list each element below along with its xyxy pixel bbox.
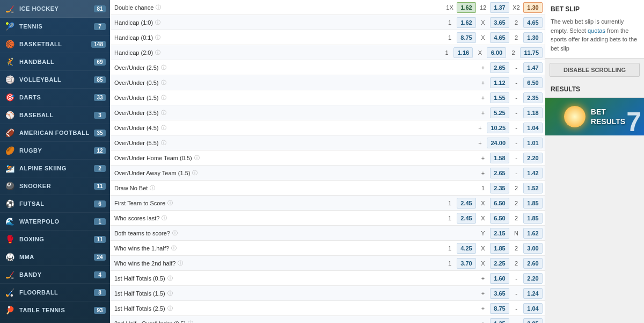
odds-value[interactable]: 1.85: [523, 198, 543, 209]
odds-value[interactable]: 2.65: [490, 168, 509, 178]
info-icon[interactable]: ⓘ: [194, 154, 200, 162]
sidebar-item-darts[interactable]: 🎯 DARTS 33: [0, 89, 110, 106]
odds-value[interactable]: 1.37: [490, 2, 509, 13]
odds-value[interactable]: 1.16: [453, 47, 473, 58]
info-icon[interactable]: ⓘ: [161, 124, 166, 132]
info-icon[interactable]: ⓘ: [156, 4, 161, 11]
info-icon[interactable]: ⓘ: [161, 109, 166, 117]
info-icon[interactable]: ⓘ: [172, 229, 178, 237]
sidebar-item-rugby[interactable]: 🏉 RUGBY 12: [0, 142, 110, 160]
odds-value[interactable]: 5.25: [490, 107, 509, 118]
odds-value[interactable]: 11.75: [520, 47, 543, 58]
odds-value[interactable]: 1.62: [457, 2, 476, 13]
sidebar-item-handball[interactable]: 🤾 HANDBALL 69: [0, 53, 110, 71]
sidebar-item-baseball[interactable]: ⚾ BASEBALL 3: [0, 106, 110, 124]
odds-value[interactable]: 1.01: [523, 138, 543, 148]
sidebar-item-table-tennis[interactable]: 🏓 TABLE TENNIS 93: [0, 302, 110, 319]
sidebar-label-handball: HANDBALL: [19, 59, 94, 65]
odds-value[interactable]: 2.15: [490, 228, 509, 239]
info-icon[interactable]: ⓘ: [155, 19, 160, 26]
info-icon[interactable]: ⓘ: [167, 275, 173, 282]
odds-value[interactable]: 4.65: [490, 32, 509, 43]
info-icon[interactable]: ⓘ: [161, 139, 166, 147]
odds-value[interactable]: 1.35: [490, 318, 509, 324]
odds-value[interactable]: 1.85: [490, 243, 509, 254]
odds-value[interactable]: 4.25: [457, 243, 476, 254]
odds-value[interactable]: 3.65: [490, 288, 509, 299]
info-icon[interactable]: ⓘ: [150, 184, 155, 192]
odds-value[interactable]: 1.04: [523, 123, 543, 133]
sidebar-item-alpine-skiing[interactable]: ⛷️ ALPINE SKIING 2: [0, 160, 110, 177]
odds-value[interactable]: 2.45: [457, 213, 476, 224]
odds-value[interactable]: 2.65: [490, 62, 509, 73]
info-icon[interactable]: ⓘ: [192, 169, 197, 177]
odds-value[interactable]: 6.50: [523, 77, 543, 88]
odds-value[interactable]: 2.25: [490, 258, 509, 269]
odds-value[interactable]: 6.50: [490, 198, 509, 209]
odds-value[interactable]: 2.20: [523, 153, 543, 163]
odds-value[interactable]: 24.00: [487, 138, 509, 148]
odds-value[interactable]: 1.58: [490, 153, 509, 163]
odds-value[interactable]: 2.95: [523, 318, 543, 324]
info-icon[interactable]: ⓘ: [167, 305, 173, 312]
sidebar-item-snooker[interactable]: 🎱 SNOOKER 11: [0, 177, 110, 195]
results-image[interactable]: BETRESULTS 7: [545, 98, 644, 135]
info-icon[interactable]: ⓘ: [171, 245, 177, 252]
odds-value[interactable]: 1.24: [523, 288, 543, 299]
info-icon[interactable]: ⓘ: [161, 94, 166, 102]
disable-scrolling-button[interactable]: DISABLE SCROLLING: [550, 63, 640, 77]
odds-value[interactable]: 1.62: [457, 17, 476, 28]
odds-value[interactable]: 6.00: [487, 47, 506, 58]
info-icon[interactable]: ⓘ: [188, 320, 193, 324]
sidebar-item-volleyball[interactable]: 🏐 VOLLEYBALL 85: [0, 71, 110, 89]
info-icon[interactable]: ⓘ: [161, 64, 166, 71]
odds-value[interactable]: 2.35: [523, 92, 543, 103]
info-icon[interactable]: ⓘ: [162, 214, 167, 222]
odds-value[interactable]: 1.18: [523, 107, 543, 118]
odds-value[interactable]: 2.20: [523, 273, 543, 284]
sidebar-item-floorball[interactable]: 🏑 FLOORBALL 8: [0, 284, 110, 302]
odds-value[interactable]: 8.75: [490, 303, 509, 314]
odds-label-cell: 12: [477, 3, 489, 12]
odds-value[interactable]: 1.12: [490, 77, 509, 88]
info-icon[interactable]: ⓘ: [167, 199, 173, 207]
sidebar-item-basketball[interactable]: 🏀 BASKETBALL 148: [0, 35, 110, 53]
odds-value[interactable]: 1.62: [523, 228, 543, 239]
odds-label-cell: +: [474, 123, 486, 133]
odds-value[interactable]: 1.47: [523, 62, 543, 73]
sidebar-item-ice-hockey[interactable]: 🏒 ICE HOCKEY 81: [0, 0, 110, 18]
odds-value[interactable]: 2.60: [523, 258, 543, 269]
odds-cells: +5.25-1.18: [477, 107, 545, 118]
odds-value[interactable]: 4.65: [523, 17, 543, 28]
sidebar-item-cricket[interactable]: 🏏 CRICKET 5: [0, 319, 110, 323]
odds-value[interactable]: 3.70: [457, 258, 476, 269]
sidebar-item-waterpolo[interactable]: 🌊 WATERPOLO 1: [0, 213, 110, 231]
info-icon[interactable]: ⓘ: [178, 260, 183, 267]
odds-value[interactable]: 10.25: [487, 123, 509, 133]
sidebar-item-boxing[interactable]: 🥊 BOXING 11: [0, 231, 110, 248]
odds-value[interactable]: 1.42: [523, 168, 543, 178]
sidebar-item-tennis[interactable]: 🎾 TENNIS 7: [0, 18, 110, 35]
info-icon[interactable]: ⓘ: [155, 49, 160, 56]
odds-value[interactable]: 1.30: [523, 32, 543, 43]
odds-value[interactable]: 6.50: [490, 213, 509, 224]
basketball-icon: 🏀: [4, 39, 15, 49]
odds-value[interactable]: 1.85: [523, 213, 543, 224]
info-icon[interactable]: ⓘ: [161, 79, 166, 87]
odds-value[interactable]: 2.45: [457, 198, 476, 209]
sidebar-item-mma[interactable]: 🥋 MMA 24: [0, 248, 110, 266]
odds-value[interactable]: 1.04: [523, 303, 543, 314]
sidebar-item-american-football[interactable]: 🏈 AMERICAN FOOTBALL 35: [0, 124, 110, 142]
sidebar-item-bandy[interactable]: 🏒 BANDY 4: [0, 266, 110, 284]
odds-value[interactable]: 2.35: [490, 183, 509, 193]
odds-value[interactable]: 1.30: [523, 2, 543, 13]
info-icon[interactable]: ⓘ: [155, 34, 160, 41]
odds-value[interactable]: 8.75: [457, 32, 476, 43]
sidebar-item-futsal[interactable]: ⚽ FUTSAL 6: [0, 195, 110, 213]
odds-value[interactable]: 1.60: [490, 273, 509, 284]
info-icon[interactable]: ⓘ: [167, 290, 173, 297]
odds-value[interactable]: 1.55: [490, 92, 509, 103]
odds-value[interactable]: 3.65: [490, 17, 509, 28]
odds-value[interactable]: 1.52: [523, 183, 543, 193]
odds-value[interactable]: 3.00: [523, 243, 543, 254]
